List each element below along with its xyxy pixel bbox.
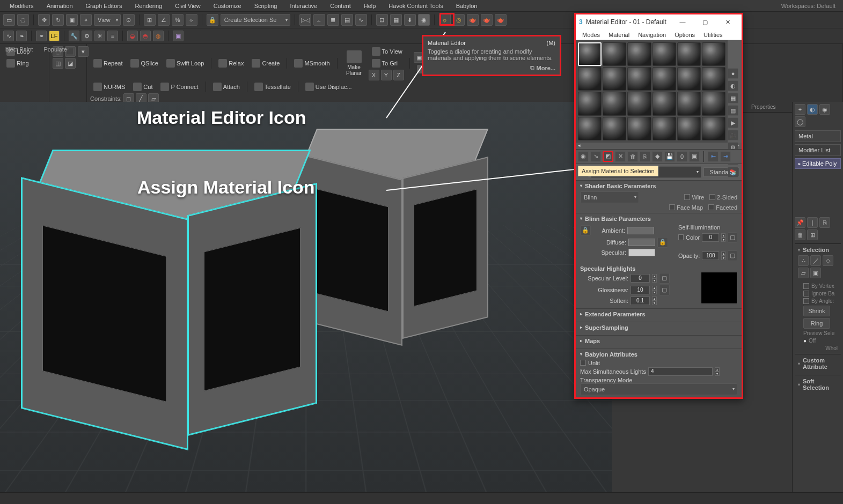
menu-content[interactable]: Content: [324, 3, 357, 9]
sample-type-icon[interactable]: ●: [728, 68, 738, 79]
material-editor-titlebar[interactable]: 3 Material Editor - 01 - Default — ▢ ✕: [576, 14, 742, 29]
tessellate-btn[interactable]: Tessellate: [251, 81, 294, 92]
go-sibling-icon[interactable]: ⇥: [720, 151, 731, 162]
workspaces-value[interactable]: Default: [817, 3, 835, 9]
sel-b-icon[interactable]: ◪: [65, 58, 76, 69]
material-swatch-7[interactable]: [578, 67, 602, 91]
mirror-icon[interactable]: ▷◁: [299, 14, 311, 26]
menu-scripting[interactable]: Scripting: [248, 3, 284, 9]
ignore-back-check[interactable]: [803, 291, 809, 297]
menu-animation[interactable]: Animation: [40, 3, 79, 9]
mat-menu-utilities[interactable]: Utilities: [699, 32, 727, 38]
irradiance-icon[interactable]: ◍: [153, 31, 164, 41]
mat-menu-options[interactable]: Options: [670, 32, 699, 38]
by-vertex-check[interactable]: [803, 283, 809, 289]
axis-y-btn[interactable]: Y: [381, 70, 392, 80]
ring-select[interactable]: Ring: [3, 58, 32, 69]
material-swatch-20[interactable]: [603, 117, 626, 140]
go-parent-icon[interactable]: ⇤: [708, 151, 719, 162]
material-swatch-9[interactable]: [627, 67, 651, 91]
move-icon[interactable]: ✥: [38, 14, 50, 26]
viewport[interactable]: Material Editor Icon Assign Material Ico…: [0, 102, 612, 492]
subobj-edge-icon[interactable]: ／: [810, 255, 821, 266]
nurms-btn[interactable]: NURMS: [90, 81, 128, 92]
snap-icon[interactable]: ⊞: [144, 14, 156, 26]
list-icon[interactable]: ≡: [107, 31, 118, 41]
teapot-1-icon[interactable]: 🫖: [467, 14, 479, 26]
spec-level-map-icon[interactable]: ▢: [659, 273, 670, 284]
brush-curve-icon[interactable]: ∿: [3, 31, 14, 41]
repeat-btn[interactable]: Repeat: [90, 58, 126, 69]
minimize-button[interactable]: —: [672, 16, 693, 28]
material-swatch-14[interactable]: [603, 92, 626, 115]
angle-snap-icon[interactable]: ∠: [158, 14, 170, 26]
remove-mod-icon[interactable]: 🗑: [795, 229, 805, 240]
to-view-btn[interactable]: To View: [369, 46, 406, 57]
subobj-border-icon[interactable]: ◇: [823, 255, 833, 266]
axis-z-btn[interactable]: Z: [393, 70, 404, 80]
menu-graph-editors[interactable]: Graph Editors: [79, 3, 129, 9]
make-unique-mat-icon[interactable]: ◆: [652, 151, 663, 162]
to-grid-btn[interactable]: To Gri: [369, 58, 406, 69]
wire-check[interactable]: [684, 194, 690, 200]
ring-sel-btn[interactable]: Ring: [803, 318, 830, 329]
show-end-icon[interactable]: |: [807, 217, 818, 228]
make-preview-icon[interactable]: 🎥: [728, 130, 738, 140]
material-swatch-4[interactable]: [653, 42, 676, 66]
mat-menu-navigation[interactable]: Navigation: [634, 32, 670, 38]
menu-customize[interactable]: Customize: [207, 3, 248, 9]
object-name-field[interactable]: Metal: [795, 130, 841, 142]
render-setup-icon[interactable]: ☼: [439, 14, 451, 26]
sun-icon[interactable]: ☀: [94, 31, 105, 41]
opacity-spinner[interactable]: 100: [702, 251, 719, 260]
facemap-check[interactable]: [669, 204, 675, 210]
use-displac-btn[interactable]: Use Displac...: [302, 81, 355, 92]
maximize-button[interactable]: ▢: [694, 16, 716, 28]
shrink-sel-btn[interactable]: Shrink: [803, 306, 830, 316]
teapot-3-icon[interactable]: 🫖: [495, 14, 507, 26]
material-swatch-21[interactable]: [627, 117, 651, 140]
menu-civil-view[interactable]: Civil View: [168, 3, 207, 9]
preview-off-radio[interactable]: Off: [809, 338, 816, 344]
modifier-editable-poly[interactable]: Editable Poly: [795, 158, 841, 169]
material-swatch-17[interactable]: [677, 92, 701, 115]
self-illum-color-check[interactable]: [678, 234, 684, 240]
menu-babylon[interactable]: Babylon: [450, 3, 484, 9]
by-angle-check[interactable]: [803, 298, 809, 304]
shader-type-dropdown[interactable]: Blinn: [580, 191, 639, 203]
subobj-poly-icon[interactable]: ▱: [798, 268, 809, 278]
material-swatch-24[interactable]: [702, 117, 725, 140]
pivot-icon[interactable]: ⊙: [123, 14, 135, 26]
material-swatch-8[interactable]: [603, 67, 626, 91]
material-swatch-15[interactable]: [627, 92, 651, 115]
material-swatch-22[interactable]: [653, 117, 676, 140]
material-swatch-11[interactable]: [677, 67, 701, 91]
gear-icon[interactable]: ⚙: [82, 31, 92, 41]
spinner-snap-icon[interactable]: ⟐: [186, 14, 197, 26]
max-lights-spinner[interactable]: 4: [648, 367, 713, 376]
tooltip-more-link[interactable]: More...: [537, 65, 555, 71]
curve-editor-icon[interactable]: ∿: [355, 14, 367, 26]
background-icon[interactable]: ▦: [728, 93, 738, 103]
ribbon-toggle-icon[interactable]: ▦: [390, 14, 402, 26]
render-frame-icon[interactable]: ◎: [453, 14, 465, 26]
pin-stack-icon[interactable]: 📌: [795, 217, 805, 228]
ref-coord-dropdown[interactable]: View: [94, 14, 121, 26]
tab-object-paint[interactable]: bject Paint: [5, 46, 33, 57]
put-library-icon[interactable]: 💾: [664, 151, 675, 162]
select-rect-icon[interactable]: ▭: [3, 14, 15, 26]
material-swatch-6[interactable]: [702, 42, 725, 66]
opacity-map-icon[interactable]: ▢: [728, 250, 737, 261]
transparency-mode-dropdown[interactable]: Opaque: [580, 383, 737, 395]
layer-explorer-icon[interactable]: ▤: [341, 14, 353, 26]
lock-diffuse-icon[interactable]: 🔒: [657, 237, 668, 248]
close-button[interactable]: ✕: [717, 16, 738, 28]
mat-menu-material[interactable]: Material: [604, 32, 634, 38]
particles-2-icon[interactable]: ◓: [140, 31, 151, 41]
get-material-icon[interactable]: ◉: [578, 151, 589, 162]
make-unique-icon[interactable]: ⎘: [819, 217, 830, 228]
backlight-icon[interactable]: ◐: [728, 80, 738, 91]
ambient-swatch[interactable]: [627, 227, 654, 234]
metaball-icon[interactable]: ⚭: [36, 31, 47, 41]
selection-lock-icon[interactable]: 🔒: [207, 14, 218, 26]
